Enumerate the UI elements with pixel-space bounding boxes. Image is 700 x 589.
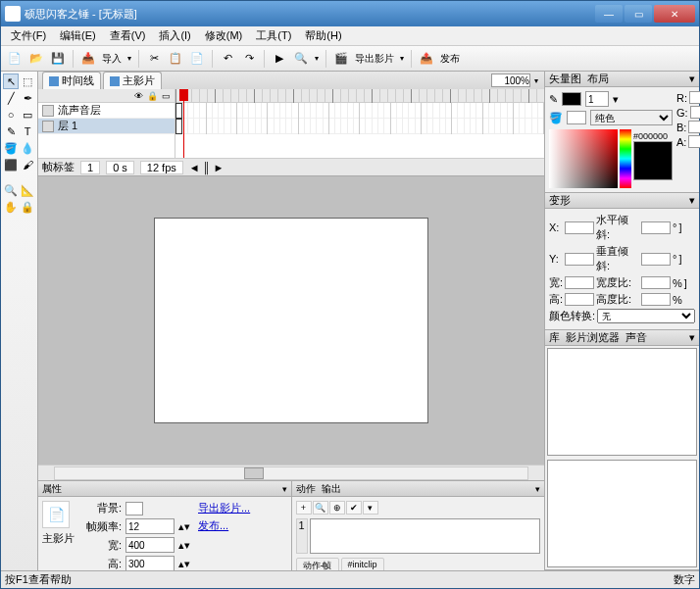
y-input[interactable] bbox=[565, 253, 594, 266]
w-input[interactable] bbox=[565, 276, 594, 289]
hskew-input[interactable] bbox=[641, 221, 671, 234]
panel-menu-icon[interactable]: ▾ bbox=[282, 484, 287, 494]
subselect-tool[interactable]: ⬚ bbox=[20, 74, 35, 89]
hratio-input[interactable] bbox=[641, 293, 671, 306]
spinner-icon[interactable]: ▴▾ bbox=[178, 520, 190, 533]
library-preview[interactable] bbox=[547, 348, 697, 456]
playhead[interactable] bbox=[183, 89, 184, 158]
fill-type[interactable]: 纯色 bbox=[590, 110, 673, 125]
import-label[interactable]: 导入 bbox=[100, 52, 124, 66]
copy-button[interactable]: 📋 bbox=[166, 49, 185, 69]
transform-title[interactable]: 变形 bbox=[549, 193, 571, 208]
zoom-input[interactable] bbox=[491, 74, 530, 87]
b-input[interactable] bbox=[688, 121, 700, 133]
height-input[interactable] bbox=[125, 556, 175, 570]
lock-tool[interactable]: 🔒 bbox=[20, 199, 35, 215]
line-tool[interactable]: ╱ bbox=[3, 90, 19, 106]
wratio-input[interactable] bbox=[641, 276, 671, 289]
ruler-tool[interactable]: 📐 bbox=[20, 182, 35, 198]
action-format-button[interactable]: ▾ bbox=[363, 501, 378, 515]
play-button[interactable]: ▶ bbox=[270, 49, 289, 69]
bucket-tool[interactable]: 🪣 bbox=[3, 140, 19, 156]
transform-tool[interactable]: ⬛ bbox=[3, 157, 19, 172]
publish-icon[interactable]: 📤 bbox=[417, 49, 436, 69]
library-tab[interactable]: 库 bbox=[549, 330, 560, 345]
r-input[interactable] bbox=[689, 91, 700, 104]
export-icon[interactable]: 🎬 bbox=[331, 49, 351, 69]
layer-1[interactable]: 层 1 bbox=[38, 119, 175, 134]
stroke-width[interactable] bbox=[585, 91, 609, 107]
frame-row-sound[interactable] bbox=[175, 103, 544, 119]
dropper-tool[interactable]: 💧 bbox=[20, 140, 35, 156]
menu-edit[interactable]: 编辑(E) bbox=[54, 26, 102, 45]
browser-tab[interactable]: 影片浏览器 bbox=[566, 330, 620, 345]
library-list[interactable] bbox=[547, 460, 697, 567]
export-label[interactable]: 导出影片 bbox=[353, 52, 396, 66]
redo-button[interactable]: ↷ bbox=[239, 49, 259, 69]
h-scrollbar[interactable] bbox=[38, 465, 544, 480]
action-tab-initclip[interactable]: #initclip bbox=[341, 558, 384, 570]
pen-tool[interactable]: ✒ bbox=[20, 90, 35, 106]
menu-view[interactable]: 查看(V) bbox=[104, 26, 152, 45]
zoom-dropdown[interactable]: ▾ bbox=[532, 76, 540, 85]
save-button[interactable]: 💾 bbox=[48, 49, 68, 69]
paste-button[interactable]: 📄 bbox=[187, 49, 207, 69]
eye-icon[interactable]: 👁 bbox=[134, 91, 143, 101]
publish-label[interactable]: 发布 bbox=[438, 52, 462, 66]
frame-row-1[interactable] bbox=[175, 119, 544, 134]
color-transform-select[interactable]: 无 bbox=[597, 309, 695, 323]
h-input[interactable] bbox=[565, 293, 594, 306]
lock-icon[interactable]: 🔒 bbox=[147, 91, 158, 101]
fps-input[interactable] bbox=[125, 518, 175, 534]
menu-help[interactable]: 帮助(H) bbox=[299, 26, 347, 45]
x-input[interactable] bbox=[565, 221, 594, 234]
stage-area[interactable] bbox=[38, 176, 544, 465]
a-input[interactable] bbox=[688, 135, 700, 148]
sound-tab[interactable]: 声音 bbox=[625, 330, 647, 345]
hue-slider[interactable] bbox=[620, 129, 631, 188]
minimize-button[interactable]: — bbox=[595, 5, 623, 23]
tab-main-movie[interactable]: 主影片 bbox=[103, 72, 162, 89]
g-input[interactable] bbox=[690, 106, 700, 119]
vector-title[interactable]: 矢量图 bbox=[549, 72, 581, 86]
fill-swatch[interactable] bbox=[567, 111, 586, 124]
publish-link[interactable]: 发布... bbox=[198, 518, 250, 533]
arrow-tool[interactable]: ↖ bbox=[3, 74, 19, 89]
layout-tab[interactable]: 布局 bbox=[587, 72, 609, 86]
output-tab[interactable]: 输出 bbox=[322, 482, 341, 496]
script-textarea[interactable] bbox=[310, 518, 541, 554]
menu-insert[interactable]: 插入(I) bbox=[153, 26, 196, 45]
text-tool[interactable]: T bbox=[20, 123, 35, 139]
bg-swatch[interactable] bbox=[125, 502, 143, 515]
action-tab-frame[interactable]: 动作-帧 bbox=[296, 558, 339, 570]
import-dropdown[interactable]: ▾ bbox=[125, 54, 133, 63]
outline-icon[interactable]: ▭ bbox=[162, 91, 171, 101]
layer-sound[interactable]: 流声音层 bbox=[38, 103, 175, 119]
zoom-tool[interactable]: 🔍 bbox=[3, 182, 19, 198]
open-button[interactable]: 📂 bbox=[26, 49, 46, 69]
vskew-input[interactable] bbox=[641, 253, 671, 266]
stroke-swatch[interactable] bbox=[562, 92, 581, 106]
color-gradient[interactable] bbox=[549, 129, 618, 188]
action-find-button[interactable]: 🔍 bbox=[313, 501, 328, 515]
action-check-button[interactable]: ✔ bbox=[346, 501, 362, 515]
pencil-tool[interactable]: ✎ bbox=[3, 123, 19, 139]
cut-button[interactable]: ✂ bbox=[144, 49, 164, 69]
undo-button[interactable]: ↶ bbox=[218, 49, 237, 69]
frame-ruler[interactable] bbox=[175, 89, 544, 103]
action-add-button[interactable]: + bbox=[296, 501, 312, 515]
tab-timeline[interactable]: 时间线 bbox=[42, 72, 101, 89]
stage[interactable] bbox=[154, 218, 428, 423]
menu-modify[interactable]: 修改(M) bbox=[199, 26, 249, 45]
action-target-button[interactable]: ⊕ bbox=[329, 501, 345, 515]
rect-tool[interactable]: ▭ bbox=[20, 107, 35, 123]
brush-tool[interactable]: 🖌 bbox=[20, 157, 35, 172]
onion-button[interactable]: ◄ ║ ► bbox=[189, 162, 225, 173]
oval-tool[interactable]: ○ bbox=[3, 107, 19, 123]
frames-area[interactable] bbox=[175, 89, 544, 158]
maximize-button[interactable]: ▭ bbox=[625, 5, 652, 23]
new-button[interactable]: 📄 bbox=[5, 49, 25, 69]
hand-tool[interactable]: ✋ bbox=[3, 199, 19, 215]
width-input[interactable] bbox=[125, 537, 175, 553]
import-icon[interactable]: 📥 bbox=[78, 49, 98, 69]
